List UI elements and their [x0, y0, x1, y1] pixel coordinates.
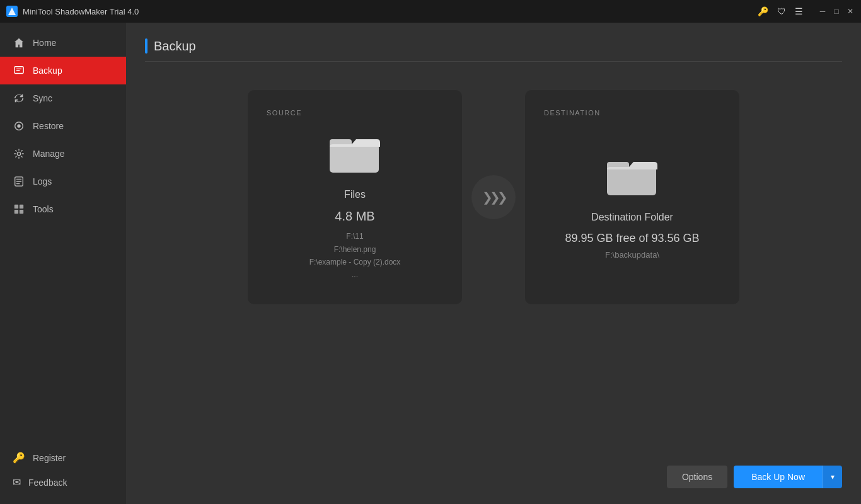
backup-cards: SOURCE Files 4.8 MB	[145, 90, 842, 304]
minimize-button[interactable]: ─	[818, 7, 827, 16]
manage-icon	[13, 147, 25, 160]
register-label: Register	[33, 453, 66, 463]
app-title: MiniTool ShadowMaker Trial 4.0	[23, 7, 139, 16]
arrow-connector: ❯❯❯	[471, 175, 516, 219]
sidebar-tools-label: Tools	[33, 204, 54, 214]
home-icon	[13, 37, 25, 49]
sidebar-home-label: Home	[33, 38, 56, 48]
sidebar-logs-label: Logs	[33, 176, 52, 186]
source-path-2: F:\helen.png	[309, 243, 401, 256]
window-controls: ─ □ ✕	[818, 7, 855, 16]
sidebar-restore-label: Restore	[33, 121, 64, 131]
bottom-bar: Options Back Up Now ▾	[145, 453, 842, 488]
sidebar-backup-label: Backup	[33, 66, 62, 76]
sidebar-item-restore[interactable]: Restore	[0, 112, 126, 140]
svg-rect-10	[330, 144, 379, 173]
feedback-mail-icon: ✉	[13, 476, 21, 488]
backup-now-group: Back Up Now ▾	[734, 466, 842, 488]
main-layout: Home Backup Sync	[0, 23, 861, 504]
sidebar-item-tools[interactable]: Tools	[0, 195, 126, 223]
destination-card-inner: DESTINATION Destination Folder 89.95 GB …	[544, 109, 720, 285]
sidebar-item-register[interactable]: 🔑 Register	[0, 445, 126, 470]
page-title: Backup	[154, 39, 196, 54]
sidebar-item-home[interactable]: Home	[0, 29, 126, 57]
sync-icon	[13, 92, 25, 105]
source-label: SOURCE	[267, 109, 443, 117]
source-path-3: F:\example - Copy (2).docx	[309, 256, 401, 268]
feedback-label: Feedback	[28, 478, 67, 488]
options-button[interactable]: Options	[667, 466, 727, 488]
page-header: Backup	[145, 38, 842, 62]
destination-type: Destination Folder	[591, 212, 673, 223]
register-key-icon: 🔑	[13, 452, 25, 464]
source-paths: F:\11 F:\helen.png F:\example - Copy (2)…	[309, 230, 401, 282]
destination-free-space: 89.95 GB free of 93.56 GB	[565, 232, 699, 245]
title-bar-left: MiniTool ShadowMaker Trial 4.0	[6, 6, 139, 17]
svg-rect-6	[14, 205, 18, 209]
logs-icon	[13, 175, 25, 188]
source-type: Files	[344, 189, 366, 200]
svg-rect-12	[607, 167, 656, 195]
shield-icon[interactable]: 🛡	[777, 6, 786, 16]
content-area: Backup SOURCE	[126, 23, 861, 504]
destination-card[interactable]: DESTINATION Destination Folder 89.95 GB …	[525, 90, 739, 304]
sidebar-item-backup[interactable]: Backup	[0, 57, 126, 84]
svg-rect-7	[20, 205, 23, 209]
backup-now-dropdown-button[interactable]: ▾	[823, 466, 842, 488]
svg-point-4	[17, 152, 20, 155]
svg-rect-8	[14, 210, 18, 214]
destination-card-center: Destination Folder 89.95 GB free of 93.5…	[544, 129, 720, 285]
tools-icon	[13, 203, 25, 215]
restore-icon	[13, 120, 25, 132]
source-card-inner: SOURCE Files 4.8 MB	[267, 109, 443, 285]
backup-icon	[13, 64, 25, 77]
svg-point-3	[17, 124, 20, 127]
destination-path: F:\backupdata\	[605, 250, 659, 260]
sidebar-item-logs[interactable]: Logs	[0, 168, 126, 195]
source-card[interactable]: SOURCE Files 4.8 MB	[248, 90, 462, 304]
sidebar: Home Backup Sync	[0, 23, 126, 504]
key-icon[interactable]: 🔑	[758, 6, 768, 16]
source-card-center: Files 4.8 MB F:\11 F:\helen.png F:\examp…	[267, 129, 443, 285]
arrow-icon: ❯❯❯	[482, 190, 505, 205]
close-button[interactable]: ✕	[846, 7, 855, 16]
sidebar-item-feedback[interactable]: ✉ Feedback	[0, 470, 126, 495]
svg-rect-1	[14, 67, 23, 74]
svg-rect-9	[20, 210, 23, 214]
destination-folder-icon	[607, 156, 657, 199]
backup-now-button[interactable]: Back Up Now	[734, 466, 823, 488]
source-size: 4.8 MB	[335, 209, 374, 224]
sidebar-bottom: 🔑 Register ✉ Feedback	[0, 445, 126, 504]
source-path-1: F:\11	[309, 230, 401, 243]
maximize-button[interactable]: □	[832, 7, 841, 16]
sidebar-item-manage[interactable]: Manage	[0, 140, 126, 168]
sidebar-item-sync[interactable]: Sync	[0, 84, 126, 112]
sidebar-sync-label: Sync	[33, 93, 52, 103]
app-logo-icon	[6, 6, 18, 17]
title-bar: MiniTool ShadowMaker Trial 4.0 🔑 🛡 ☰ ─ □…	[0, 0, 861, 23]
destination-label: DESTINATION	[544, 109, 720, 117]
source-path-ellipsis: ...	[309, 268, 401, 281]
title-bar-right: 🔑 🛡 ☰ ─ □ ✕	[758, 6, 855, 16]
menu-icon[interactable]: ☰	[795, 6, 803, 16]
sidebar-manage-label: Manage	[33, 149, 65, 159]
source-folder-icon	[330, 133, 380, 176]
page-header-accent	[145, 38, 147, 54]
